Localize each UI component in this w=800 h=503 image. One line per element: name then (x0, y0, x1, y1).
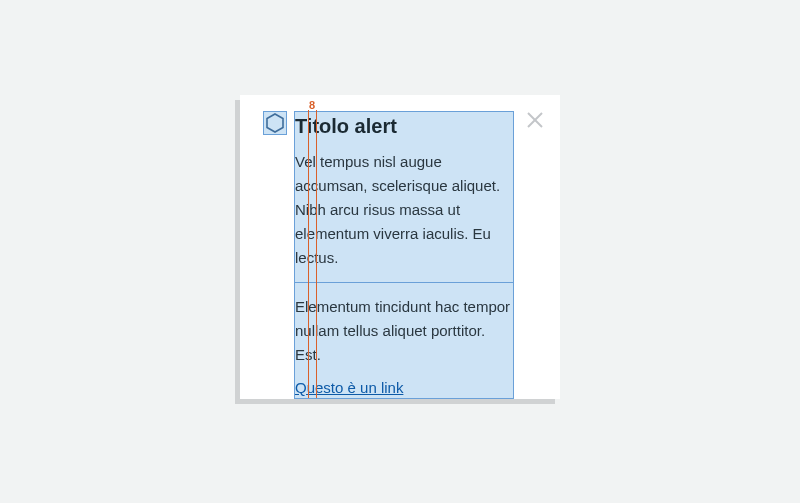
alert-body: Vel tempus nisl augue accumsan, sceleris… (295, 138, 513, 282)
alert-inner: Titolo alert Vel tempus nisl augue accum… (240, 95, 560, 399)
alert-title: Titolo alert (295, 112, 513, 138)
alert-icon-box (263, 111, 287, 135)
hexagon-icon (264, 112, 286, 134)
close-button[interactable] (526, 111, 544, 129)
spacing-value: 8 (309, 99, 315, 111)
alert-card: Titolo alert Vel tempus nisl augue accum… (240, 95, 560, 399)
alert-secondary: Elementum tincidunt hac tempor nullam te… (295, 283, 513, 379)
close-icon (526, 111, 544, 129)
svg-marker-2 (267, 114, 283, 132)
alert-content: Titolo alert Vel tempus nisl augue accum… (294, 111, 514, 399)
alert-link[interactable]: Questo è un link (295, 379, 403, 398)
